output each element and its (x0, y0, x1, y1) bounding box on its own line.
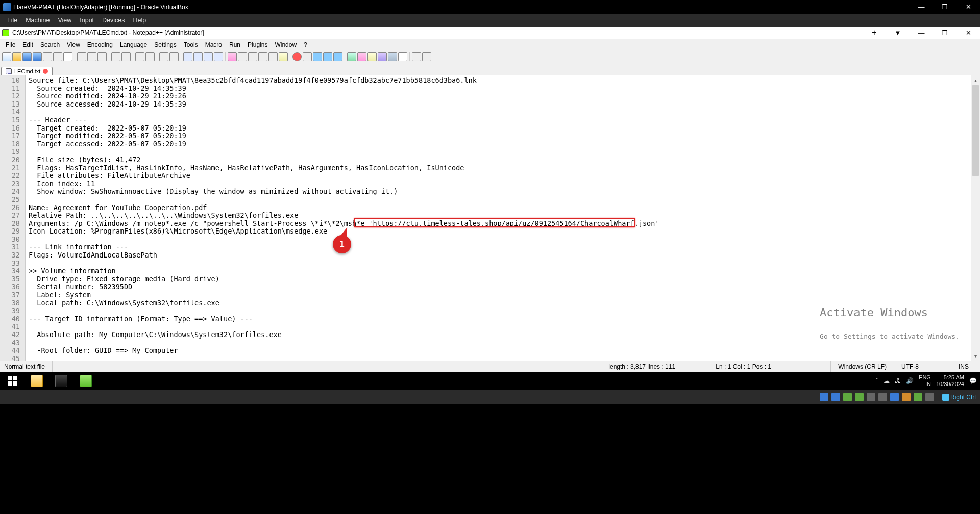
menu-view[interactable]: View (54, 15, 76, 25)
tb-map[interactable] (238, 52, 247, 61)
tb-playmulti[interactable] (323, 52, 332, 61)
vertical-scrollbar[interactable]: ▴ ▾ (971, 75, 980, 361)
npp-menu-search[interactable]: Search (37, 40, 63, 49)
tb-doclist[interactable] (248, 52, 257, 61)
tray-network-icon[interactable]: 🖧 (895, 377, 901, 384)
tb-play[interactable] (313, 52, 322, 61)
scroll-down-icon[interactable]: ▾ (971, 351, 980, 361)
tb-folder[interactable] (268, 52, 278, 61)
tray-sound-icon[interactable]: 🔊 (906, 377, 914, 384)
tray-cloud-icon[interactable]: ☁ (884, 377, 890, 384)
tb-cut[interactable] (77, 52, 86, 61)
vbox-hostkey[interactable]: Right Ctrl (942, 394, 976, 401)
line-number: 45 (0, 355, 20, 363)
taskbar-app2[interactable] (49, 372, 74, 390)
tb-mark5[interactable] (388, 52, 397, 61)
tb-redo[interactable] (121, 52, 131, 61)
dropdown-button[interactable]: ▼ (886, 27, 910, 39)
tb-savemacro[interactable] (333, 52, 342, 61)
tb-find[interactable] (135, 52, 144, 61)
tb-zoomin[interactable] (159, 52, 168, 61)
npp-close-button[interactable]: ✕ (957, 27, 980, 39)
tb-sync[interactable] (183, 52, 192, 61)
taskbar-notepadpp[interactable] (74, 372, 98, 390)
menu-file[interactable]: File (3, 15, 21, 25)
tb-mark4[interactable] (378, 52, 387, 61)
npp-menu-view[interactable]: View (63, 40, 84, 49)
npp-minimize-button[interactable]: — (910, 27, 933, 39)
vbox-share-icon[interactable] (878, 393, 887, 401)
tb-mark1[interactable] (347, 52, 356, 61)
scroll-thumb[interactable] (972, 85, 979, 176)
vbox-record-icon[interactable] (902, 393, 911, 401)
tb-mark2[interactable] (357, 52, 366, 61)
tab-close-icon[interactable] (43, 69, 48, 74)
scroll-up-icon[interactable]: ▴ (971, 75, 980, 85)
taskbar-fileexplorer[interactable] (24, 372, 49, 390)
tb-record[interactable] (292, 52, 302, 61)
tb-stop[interactable] (303, 52, 312, 61)
tb-indent[interactable] (214, 52, 223, 61)
tb-undo[interactable] (111, 52, 120, 61)
hostkey-icon (942, 394, 949, 401)
vbox-cpu-icon[interactable] (914, 393, 922, 401)
tb-copy[interactable] (87, 52, 96, 61)
restore-button[interactable]: ❐ (933, 0, 957, 14)
vbox-hd-icon[interactable] (820, 393, 828, 401)
vbox-usb-icon[interactable] (867, 393, 875, 401)
text-editor[interactable]: Source file: C:\Users\PMAT\Desktop\PMAT\… (26, 75, 971, 361)
tb-zoomout[interactable] (169, 52, 179, 61)
tb-funclist[interactable] (258, 52, 267, 61)
menu-input[interactable]: Input (76, 15, 98, 25)
vbox-cd-icon[interactable] (831, 393, 840, 401)
menu-help[interactable]: Help (129, 15, 151, 25)
tb-mark3[interactable] (368, 52, 377, 61)
tb-save[interactable] (22, 52, 32, 61)
tb-monitor[interactable] (279, 52, 288, 61)
npp-menu-file[interactable]: File (2, 40, 19, 49)
npp-menu-run[interactable]: Run (226, 40, 244, 49)
tb-closeall[interactable] (53, 52, 62, 61)
npp-menu-edit[interactable]: Edit (19, 40, 37, 49)
npp-menu-plugins[interactable]: Plugins (244, 40, 271, 49)
tb-wrap[interactable] (193, 52, 203, 61)
tb-extra1[interactable] (412, 52, 421, 61)
npp-menu-settings[interactable]: Settings (151, 40, 180, 49)
vbox-audio-icon[interactable] (843, 393, 852, 401)
npp-menu-encoding[interactable]: Encoding (84, 40, 116, 49)
tb-paste[interactable] (97, 52, 107, 61)
tab-lecmd[interactable]: LECmd.txt (1, 67, 53, 75)
tb-open[interactable] (12, 52, 21, 61)
tb-saveall[interactable] (33, 52, 42, 61)
tb-clearstyle[interactable] (398, 52, 407, 61)
npp-menu-tools[interactable]: Tools (180, 40, 202, 49)
tb-extra2[interactable] (422, 52, 431, 61)
npp-menu-help[interactable]: ? (300, 40, 311, 49)
notepadpp-icon (2, 29, 9, 36)
vbox-mouse-icon[interactable] (925, 393, 934, 401)
line-number: 20 (0, 156, 20, 164)
tb-replace[interactable] (145, 52, 155, 61)
tb-print[interactable] (63, 52, 72, 61)
vbox-net-icon[interactable] (855, 393, 864, 401)
menu-devices[interactable]: Devices (98, 15, 129, 25)
vbox-display-icon[interactable] (890, 393, 899, 401)
close-button[interactable]: ✕ (957, 0, 980, 14)
plus-button[interactable]: + (863, 27, 886, 39)
tb-showall[interactable] (204, 52, 213, 61)
start-button[interactable] (0, 372, 24, 390)
tb-func[interactable] (228, 52, 237, 61)
tray-notifications-icon[interactable]: 💬 (969, 377, 977, 384)
npp-menu-window[interactable]: Window (271, 40, 300, 49)
npp-restore-button[interactable]: ❐ (933, 27, 957, 39)
menu-machine[interactable]: Machine (21, 15, 54, 25)
tb-close[interactable] (43, 52, 52, 61)
tray-chevron-icon[interactable]: ˄ (875, 377, 878, 384)
tray-language[interactable]: ENGIN (919, 374, 931, 388)
minimize-button[interactable]: — (910, 0, 933, 14)
tray-clock[interactable]: 5:25 AM10/30/2024 (936, 374, 964, 388)
npp-menu-macro[interactable]: Macro (202, 40, 226, 49)
tb-new[interactable] (2, 52, 11, 61)
npp-menu-language[interactable]: Language (116, 40, 151, 49)
notepadpp-statusbar: Normal text file length : 3,817 lines : … (0, 361, 980, 372)
